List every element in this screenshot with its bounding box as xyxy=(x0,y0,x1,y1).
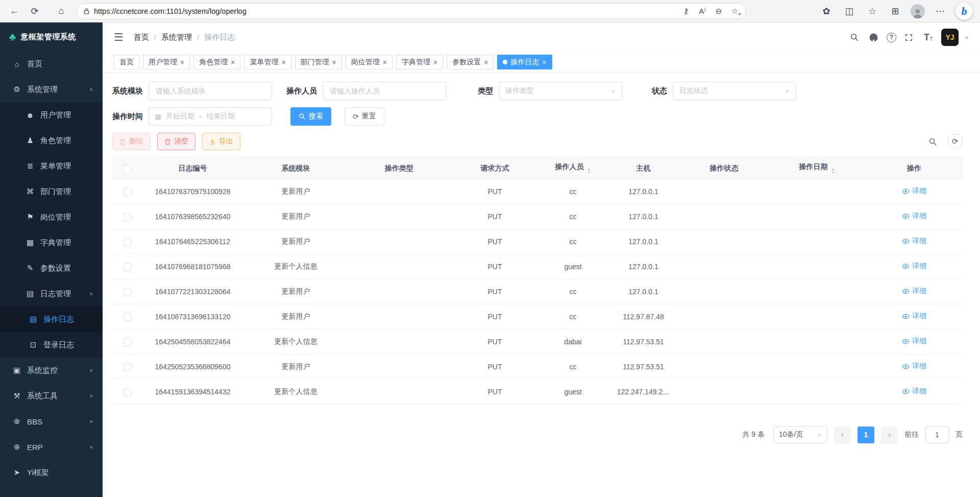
user-menu-caret-icon[interactable]: ∨ xyxy=(965,35,969,40)
fullscreen-icon[interactable] xyxy=(902,31,916,44)
sidebar-item-sys-tools[interactable]: ⚒系统工具∨ xyxy=(0,383,103,409)
page-number-1[interactable]: 1 xyxy=(857,427,874,443)
split-screen-icon[interactable]: ◫ xyxy=(842,2,857,20)
next-page-button[interactable]: › xyxy=(881,427,898,443)
sidebar-item-home[interactable]: ⌂首页 xyxy=(0,51,103,77)
close-icon[interactable]: × xyxy=(484,59,488,66)
reset-button[interactable]: ⟳ 重置 xyxy=(345,107,384,126)
user-avatar[interactable]: YJ xyxy=(941,29,959,46)
sidebar-item-bbs[interactable]: ⊕BBS∨ xyxy=(0,409,103,434)
browser-back-icon[interactable]: ← xyxy=(4,2,24,20)
type-select[interactable]: 操作类型 ∨ xyxy=(499,82,622,100)
text-size-icon[interactable]: TT xyxy=(922,31,935,44)
sidebar-item-param-settings[interactable]: ✎参数设置 xyxy=(0,255,103,281)
sidebar-item-role-mgmt[interactable]: ♟角色管理 xyxy=(0,128,103,153)
detail-link[interactable]: 详细 xyxy=(902,262,926,271)
column-header[interactable]: 操作人员▲▼ xyxy=(539,158,607,179)
close-icon[interactable]: × xyxy=(383,59,387,66)
sort-icon[interactable]: ▲▼ xyxy=(587,167,591,174)
row-checkbox[interactable] xyxy=(123,288,131,296)
row-checkbox[interactable] xyxy=(123,388,131,396)
search-button[interactable]: 搜索 xyxy=(290,107,331,126)
password-key-icon[interactable]: ⚷ xyxy=(678,5,694,18)
sidebar-item-system-mgmt[interactable]: ⚙系统管理∧ xyxy=(0,77,103,102)
select-all-checkbox[interactable] xyxy=(123,164,131,173)
tab-部门管理[interactable]: 部门管理× xyxy=(295,55,342,69)
sidebar-item-log-mgmt[interactable]: ▤日志管理∧ xyxy=(0,281,103,306)
detail-link[interactable]: 详细 xyxy=(902,186,926,196)
tab-参数设置[interactable]: 参数设置× xyxy=(447,55,494,69)
table-search-toggle-icon[interactable] xyxy=(926,135,939,148)
sidebar-item-oper-log[interactable]: ▤操作日志 xyxy=(0,306,103,332)
sidebar-item-dict-mgmt[interactable]: ▦字典管理 xyxy=(0,230,103,255)
read-aloud-icon[interactable]: A⁾ xyxy=(695,5,710,18)
sidebar-item-yi-framework[interactable]: ➤Yi框架 xyxy=(0,460,103,485)
goto-page-input[interactable] xyxy=(925,426,949,443)
sort-icon[interactable]: ▲▼ xyxy=(831,167,835,174)
sidebar-item-login-log[interactable]: ⊡登录日志 xyxy=(0,332,103,358)
sidebar-collapse-icon[interactable]: ☰ xyxy=(114,31,124,43)
sidebar-item-dept-mgmt[interactable]: ⌘部门管理 xyxy=(0,179,103,204)
close-icon[interactable]: × xyxy=(231,59,235,66)
tab-字典管理[interactable]: 字典管理× xyxy=(396,55,443,69)
operator-input[interactable] xyxy=(323,82,446,100)
clear-button[interactable]: 清空 xyxy=(157,133,195,150)
header-search-icon[interactable] xyxy=(848,31,861,44)
extensions-icon[interactable]: ✿ xyxy=(819,2,834,20)
export-button[interactable]: 导出 xyxy=(202,133,240,150)
collections-icon[interactable]: ⊞ xyxy=(888,2,903,20)
detail-link[interactable]: 详细 xyxy=(902,312,926,321)
address-bar[interactable]: https://ccnetcore.com:1101/system/log/op… xyxy=(77,3,746,19)
browser-refresh-icon[interactable]: ⟳ xyxy=(24,2,45,20)
app-logo[interactable]: ♣ 意框架管理系统 xyxy=(0,22,103,51)
help-icon[interactable]: ? xyxy=(887,33,896,42)
row-checkbox[interactable] xyxy=(123,338,131,346)
tab-角色管理[interactable]: 角色管理× xyxy=(193,55,240,69)
detail-link[interactable]: 详细 xyxy=(902,211,926,221)
close-icon[interactable]: × xyxy=(332,59,336,66)
browser-menu-icon[interactable]: ⋯ xyxy=(933,2,948,20)
close-icon[interactable]: × xyxy=(281,59,285,66)
close-icon[interactable]: × xyxy=(433,59,437,66)
bing-chat-icon[interactable]: b xyxy=(955,3,973,20)
url-text[interactable]: https://ccnetcore.com:1101/system/log/op… xyxy=(94,7,674,15)
row-checkbox[interactable] xyxy=(123,188,131,196)
browser-profile-avatar[interactable] xyxy=(911,4,925,18)
github-icon[interactable] xyxy=(867,31,880,44)
tab-用户管理[interactable]: 用户管理× xyxy=(143,55,190,69)
page-size-select[interactable]: 10条/页 ∨ xyxy=(773,426,827,443)
sidebar-item-erp[interactable]: ⊕ERP∨ xyxy=(0,434,103,460)
end-date-placeholder[interactable]: 结束日期 xyxy=(206,112,235,121)
detail-link[interactable]: 详细 xyxy=(902,236,926,246)
tab-操作日志[interactable]: 操作日志× xyxy=(497,55,552,69)
favorites-icon[interactable]: ☆ xyxy=(865,2,880,20)
row-checkbox[interactable] xyxy=(123,313,131,321)
sidebar-item-sys-monitor[interactable]: ▣系统监控∨ xyxy=(0,358,103,383)
detail-link[interactable]: 详细 xyxy=(902,287,926,296)
breadcrumb-home[interactable]: 首页 xyxy=(134,33,149,42)
start-date-placeholder[interactable]: 开始日期 xyxy=(166,112,194,121)
browser-home-icon[interactable]: ⌂ xyxy=(51,2,71,20)
row-checkbox[interactable] xyxy=(123,363,131,371)
add-favorite-icon[interactable]: ☆+ xyxy=(727,5,743,18)
sidebar-item-menu-mgmt[interactable]: ≣菜单管理 xyxy=(0,153,103,179)
module-input[interactable] xyxy=(149,82,272,100)
close-icon[interactable]: × xyxy=(542,59,546,66)
tab-菜单管理[interactable]: 菜单管理× xyxy=(244,55,291,69)
zoom-out-icon[interactable]: ⊖ xyxy=(711,5,726,18)
row-checkbox[interactable] xyxy=(123,213,131,221)
detail-link[interactable]: 详细 xyxy=(902,387,926,396)
row-checkbox[interactable] xyxy=(123,238,131,246)
delete-button[interactable]: 删除 xyxy=(112,133,151,150)
prev-page-button[interactable]: ‹ xyxy=(834,427,851,443)
detail-link[interactable]: 详细 xyxy=(902,362,926,371)
breadcrumb-system-mgmt[interactable]: 系统管理 xyxy=(161,33,192,42)
row-checkbox[interactable] xyxy=(123,263,131,271)
status-select[interactable]: 日志状态 ∨ xyxy=(673,82,796,100)
tab-岗位管理[interactable]: 岗位管理× xyxy=(346,55,393,69)
close-icon[interactable]: × xyxy=(180,59,184,66)
column-header[interactable]: 操作日期▲▼ xyxy=(768,158,866,179)
sidebar-item-post-mgmt[interactable]: ⚑岗位管理 xyxy=(0,204,103,230)
tab-首页[interactable]: 首页 xyxy=(114,55,139,69)
date-range-picker[interactable]: ▦ 开始日期 - 结束日期 xyxy=(149,107,272,126)
